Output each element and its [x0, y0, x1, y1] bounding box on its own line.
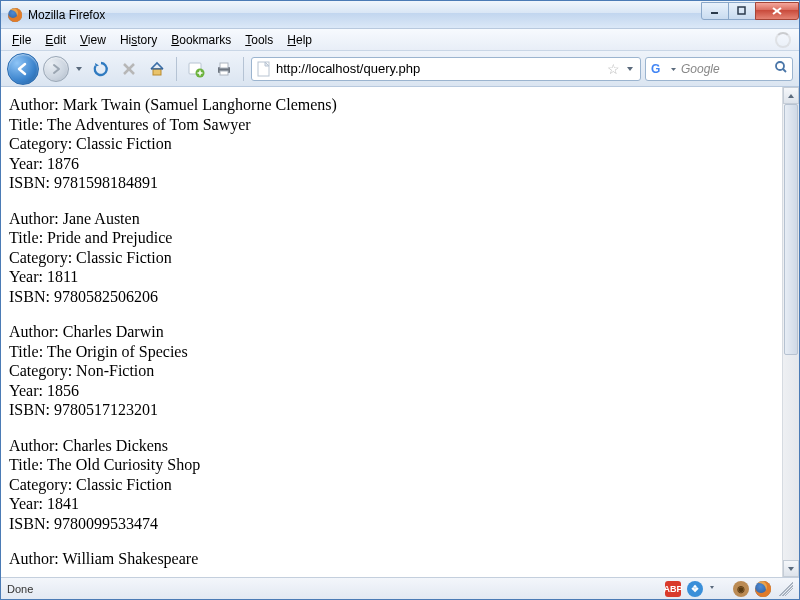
forward-button[interactable]	[43, 56, 69, 82]
record-line: ISBN: 9780099533474	[9, 514, 774, 534]
record-line: ISBN: 9780582506206	[9, 287, 774, 307]
record-line: ISBN: 9780517123201	[9, 400, 774, 420]
status-text: Done	[7, 583, 659, 595]
menu-view[interactable]: View	[73, 31, 113, 49]
record-line: Title: The Adventures of Tom Sawyer	[9, 115, 774, 135]
search-engine-dropdown-icon[interactable]	[670, 62, 677, 76]
resize-grip-icon[interactable]	[779, 582, 793, 596]
separator	[176, 57, 177, 81]
search-bar[interactable]: G Google	[645, 57, 793, 81]
toolbar: http://localhost/query.php ☆ G Google	[1, 51, 799, 87]
firefox-status-icon[interactable]	[755, 581, 771, 597]
record-line: Category: Classic Fiction	[9, 475, 774, 495]
back-button[interactable]	[7, 53, 39, 85]
nav-history-dropdown[interactable]	[73, 56, 85, 82]
record-line: ISBN: 9781598184891	[9, 173, 774, 193]
svg-point-17	[776, 62, 784, 70]
record-line: Year: 1876	[9, 154, 774, 174]
extension-icon[interactable]: ❖	[687, 581, 703, 597]
new-tab-button[interactable]	[184, 57, 208, 81]
record-line: Year: 1841	[9, 494, 774, 514]
menu-bookmarks[interactable]: Bookmarks	[164, 31, 238, 49]
titlebar: Mozilla Firefox	[1, 1, 799, 29]
menu-edit[interactable]: Edit	[38, 31, 73, 49]
svg-line-18	[783, 69, 786, 72]
url-dropdown-icon[interactable]	[624, 62, 636, 76]
separator	[243, 57, 244, 81]
statusbar: Done ABP ❖ ◉	[1, 577, 799, 599]
record-line: Title: Pride and Prejudice	[9, 228, 774, 248]
page-icon	[256, 61, 272, 77]
svg-rect-13	[220, 63, 228, 68]
record-line: Title: The Origin of Species	[9, 342, 774, 362]
record: Author: Charles DarwinTitle: The Origin …	[9, 322, 774, 420]
minimize-button[interactable]	[701, 2, 729, 20]
url-bar[interactable]: http://localhost/query.php ☆	[251, 57, 641, 81]
record: Author: Charles DickensTitle: The Old Cu…	[9, 436, 774, 534]
maximize-button[interactable]	[728, 2, 756, 20]
close-button[interactable]	[755, 2, 799, 20]
home-button[interactable]	[145, 57, 169, 81]
svg-text:G: G	[651, 62, 660, 76]
record-line: Category: Classic Fiction	[9, 248, 774, 268]
menu-file[interactable]: File	[5, 31, 38, 49]
menu-tools[interactable]: Tools	[238, 31, 280, 49]
record-line: Author: Charles Darwin	[9, 322, 774, 342]
window-title: Mozilla Firefox	[28, 8, 702, 22]
bookmark-star-icon[interactable]: ☆	[607, 61, 620, 77]
record: Author: William Shakespeare	[9, 549, 774, 569]
menubar: File Edit View History Bookmarks Tools H…	[1, 29, 799, 51]
record: Author: Jane AustenTitle: Pride and Prej…	[9, 209, 774, 307]
record-line: Year: 1811	[9, 267, 774, 287]
menu-help[interactable]: Help	[280, 31, 319, 49]
svg-rect-7	[151, 68, 163, 69]
firefox-icon	[7, 7, 23, 23]
url-text: http://localhost/query.php	[276, 61, 603, 76]
scroll-thumb[interactable]	[784, 104, 798, 355]
scroll-up-button[interactable]	[783, 87, 799, 104]
page-content: Author: Mark Twain (Samuel Langhorne Cle…	[1, 87, 782, 577]
record-line: Author: Jane Austen	[9, 209, 774, 229]
search-go-icon[interactable]	[774, 60, 788, 77]
record-line: Author: Mark Twain (Samuel Langhorne Cle…	[9, 95, 774, 115]
print-button[interactable]	[212, 57, 236, 81]
adblock-plus-icon[interactable]: ABP	[665, 581, 681, 597]
menu-history[interactable]: History	[113, 31, 164, 49]
record-line: Category: Non-Fiction	[9, 361, 774, 381]
extension-menu-icon[interactable]	[709, 583, 715, 595]
scroll-down-button[interactable]	[783, 560, 799, 577]
activity-throbber-icon	[775, 32, 791, 48]
record-line: Title: The Old Curiosity Shop	[9, 455, 774, 475]
greasemonkey-icon[interactable]: ◉	[733, 581, 749, 597]
record: Author: Mark Twain (Samuel Langhorne Cle…	[9, 95, 774, 193]
scroll-track[interactable]	[783, 104, 799, 560]
reload-button[interactable]	[89, 57, 113, 81]
svg-rect-6	[153, 69, 161, 75]
record-line: Year: 1856	[9, 381, 774, 401]
record-line: Category: Classic Fiction	[9, 134, 774, 154]
svg-rect-1	[738, 7, 745, 14]
search-engine-icon[interactable]: G	[650, 61, 666, 77]
window-buttons	[702, 2, 799, 22]
record-line: Author: Charles Dickens	[9, 436, 774, 456]
vertical-scrollbar[interactable]	[782, 87, 799, 577]
stop-button[interactable]	[117, 57, 141, 81]
search-placeholder: Google	[681, 62, 770, 76]
svg-rect-14	[220, 71, 228, 75]
